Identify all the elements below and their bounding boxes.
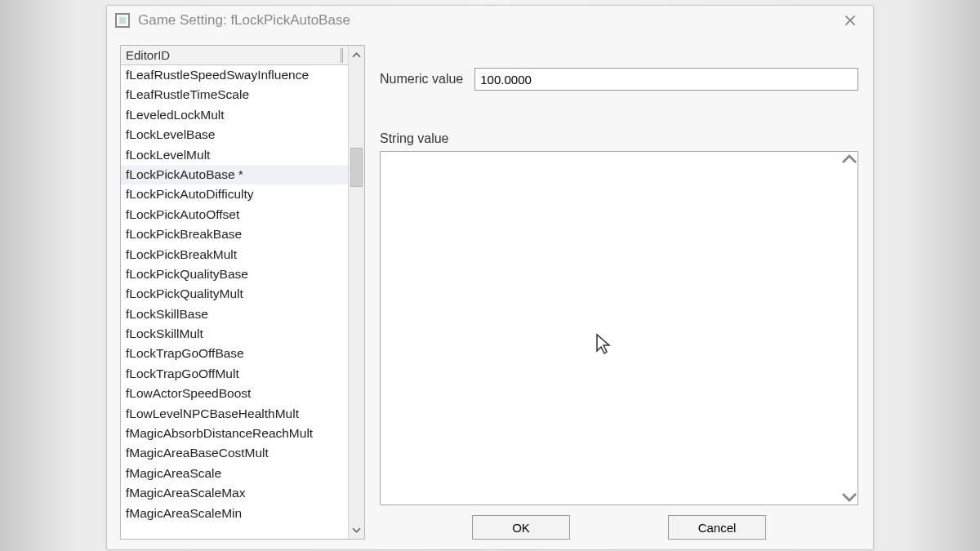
list-item[interactable]: fLeveledLockMult [121, 105, 348, 125]
scroll-up-button[interactable] [349, 47, 364, 62]
list-item[interactable]: fLockLevelMult [121, 145, 348, 165]
numeric-value-input[interactable] [474, 68, 858, 91]
list-item[interactable]: fLockPickAutoOffset [121, 205, 348, 224]
ok-button[interactable]: OK [472, 515, 570, 540]
cancel-button[interactable]: Cancel [668, 515, 766, 540]
dialog-client-area: EditorID fLeafRustleSpeedSwayInfluencefL… [107, 35, 873, 549]
list-header[interactable]: EditorID [121, 46, 348, 65]
chevron-down-icon [841, 489, 858, 505]
string-group: String value [380, 131, 858, 505]
list-items[interactable]: fLeafRustleSpeedSwayInfluencefLeafRustle… [121, 65, 348, 539]
app-icon [115, 13, 130, 28]
numeric-row: Numeric value [380, 68, 858, 91]
chevron-up-icon [352, 51, 361, 60]
close-icon [844, 15, 856, 26]
dialog-buttons: OK Cancel [380, 515, 858, 540]
list-item[interactable]: fLowActorSpeedBoost [121, 384, 348, 403]
chevron-down-icon [352, 526, 361, 535]
list-item[interactable]: fLockPickBreakBase [121, 224, 348, 244]
editorid-listbox[interactable]: EditorID fLeafRustleSpeedSwayInfluencefL… [121, 46, 348, 539]
list-vertical-scrollbar[interactable] [348, 46, 364, 539]
list-item[interactable]: fLockPickAutoBase * [121, 165, 348, 184]
editorid-list: EditorID fLeafRustleSpeedSwayInfluencefL… [120, 45, 365, 540]
scroll-track[interactable] [349, 62, 364, 522]
chevron-up-icon [841, 151, 858, 167]
list-item[interactable]: fLockTrapGoOffMult [121, 364, 348, 384]
list-item[interactable]: fMagicAreaScaleMax [121, 483, 348, 503]
string-value-box [380, 151, 858, 505]
list-item[interactable]: fLockTrapGoOffBase [121, 344, 348, 363]
list-item[interactable]: fLockLevelBase [121, 125, 348, 144]
scroll-down-button[interactable] [349, 522, 364, 537]
string-scroll-up[interactable] [841, 152, 858, 167]
dialog-window: Game Setting: fLockPickAutoBase EditorID… [106, 5, 874, 550]
right-pane: Numeric value String value [380, 45, 858, 540]
list-item[interactable]: fLeafRustleSpeedSwayInfluence [121, 65, 348, 85]
scroll-thumb[interactable] [350, 148, 363, 187]
list-item[interactable]: fMagicAreaBaseCostMult [121, 443, 348, 463]
title-bar[interactable]: Game Setting: fLockPickAutoBase [107, 6, 873, 35]
list-item[interactable]: fMagicAreaScaleMin [121, 504, 348, 523]
column-resize-grip[interactable] [341, 48, 343, 63]
list-item[interactable]: fLockPickBreakMult [121, 245, 348, 264]
list-item[interactable]: fLockPickQualityMult [121, 284, 348, 304]
list-item[interactable]: fMagicAbsorbDistanceReachMult [121, 424, 348, 443]
column-header-editorid[interactable]: EditorID [126, 48, 337, 62]
list-item[interactable]: fLeafRustleTimeScale [121, 85, 348, 104]
string-scroll-down[interactable] [841, 490, 858, 504]
list-item[interactable]: fLowLevelNPCBaseHealthMult [121, 404, 348, 424]
string-label: String value [380, 131, 858, 146]
list-item[interactable]: fLockSkillMult [121, 324, 348, 344]
list-item[interactable]: fLockPickQualityBase [121, 264, 348, 284]
window-title: Game Setting: fLockPickAutoBase [138, 12, 350, 29]
list-item[interactable]: fMagicAreaScale [121, 464, 348, 483]
numeric-label: Numeric value [380, 72, 463, 87]
close-button[interactable] [832, 9, 868, 32]
string-scrollbar[interactable] [841, 152, 858, 504]
string-value-textarea[interactable] [381, 152, 841, 504]
list-item[interactable]: fLockPickAutoDifficulty [121, 184, 348, 204]
list-item[interactable]: fLockSkillBase [121, 304, 348, 324]
